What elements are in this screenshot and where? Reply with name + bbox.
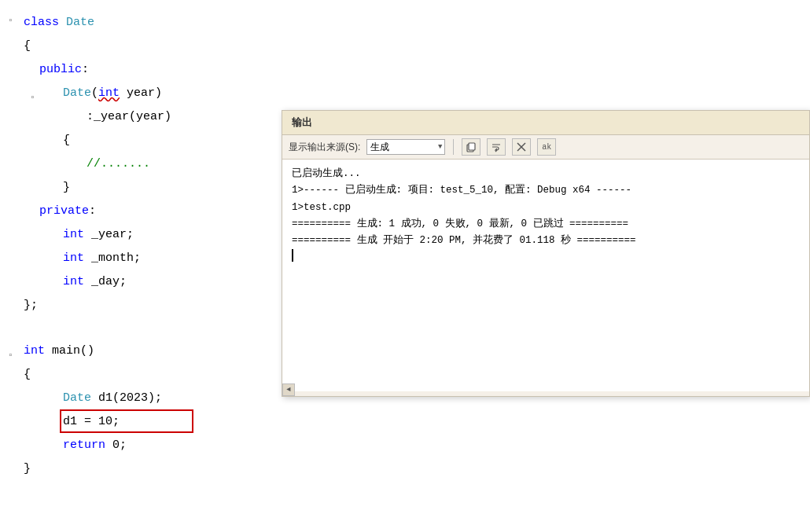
- output-title: 输出: [292, 116, 312, 128]
- output-line-1: 已启动生成...: [292, 166, 800, 182]
- code-text: d1 = 10;: [63, 411, 120, 433]
- code-line-return: return 0;: [0, 434, 810, 457]
- code-line-brace1: {: [0, 35, 810, 58]
- source-select-wrapper[interactable]: 生成 调试: [366, 139, 445, 155]
- output-line-5: ========== 生成 开始于 2:20 PM, 并花费了 01.118 秒…: [292, 233, 800, 249]
- code-line-brace6: }: [0, 457, 810, 481]
- code-text: int _month;: [63, 248, 141, 270]
- code-text: {: [24, 35, 31, 57]
- clear-icon: [516, 141, 527, 152]
- output-titlebar: 输出: [282, 111, 809, 135]
- text-cursor: [292, 249, 293, 262]
- output-line-2: 1>------ 已启动生成: 项目: test_5_10, 配置: Debug…: [292, 182, 800, 199]
- code-text: }: [24, 458, 31, 480]
- code-text: private:: [39, 200, 96, 222]
- code-text: class Date: [24, 12, 94, 34]
- expand-main-icon[interactable]: ▫: [8, 344, 13, 366]
- code-line-public: public:: [0, 58, 810, 82]
- wrap-icon: [491, 141, 502, 152]
- code-text: //.......: [87, 153, 150, 175]
- code-text: {: [24, 364, 31, 386]
- code-text: int _year;: [63, 224, 134, 246]
- extra-icon: ak: [542, 143, 551, 152]
- code-text: Date d1(2023);: [63, 387, 162, 409]
- code-text: }: [63, 177, 70, 199]
- clear-button[interactable]: [512, 138, 531, 156]
- code-text: public:: [39, 59, 89, 81]
- code-text: int main(): [24, 340, 94, 362]
- output-panel: 输出 显示输出来源(S): 生成 调试: [282, 110, 810, 397]
- code-text: :_year(year): [87, 106, 171, 128]
- expand-ctor-icon[interactable]: ▫: [30, 86, 35, 108]
- toolbar-separator-1: [453, 139, 454, 155]
- wrap-button[interactable]: [487, 138, 506, 156]
- code-text: };: [24, 295, 38, 317]
- output-content: 已启动生成... 1>------ 已启动生成: 项目: test_5_10, …: [282, 160, 809, 391]
- code-line-assign: d1 = 10;: [0, 410, 810, 434]
- expand-class-icon[interactable]: ▫: [8, 9, 13, 31]
- source-select[interactable]: 生成 调试: [366, 139, 445, 155]
- code-text: return 0;: [63, 435, 127, 457]
- code-text: {: [63, 130, 70, 152]
- code-line-ctor: ▫ Date(int year): [0, 82, 810, 105]
- source-label: 显示输出来源(S):: [289, 141, 360, 154]
- svg-rect-1: [469, 143, 475, 150]
- output-line-3: 1>test.cpp: [292, 200, 800, 216]
- scroll-left-button[interactable]: ◄: [282, 383, 295, 396]
- extra-button[interactable]: ak: [537, 138, 556, 156]
- copy-button[interactable]: [462, 138, 480, 156]
- copy-icon: [466, 141, 477, 152]
- output-toolbar: 显示输出来源(S): 生成 调试 ak: [282, 135, 809, 160]
- code-text: Date(int year): [63, 83, 162, 105]
- output-cursor-line: [292, 249, 800, 262]
- code-text: int _day;: [63, 271, 127, 293]
- output-line-4: ========== 生成: 1 成功, 0 失败, 0 最新, 0 已跳过 =…: [292, 216, 800, 233]
- code-line-class: ▫ class Date: [0, 11, 810, 35]
